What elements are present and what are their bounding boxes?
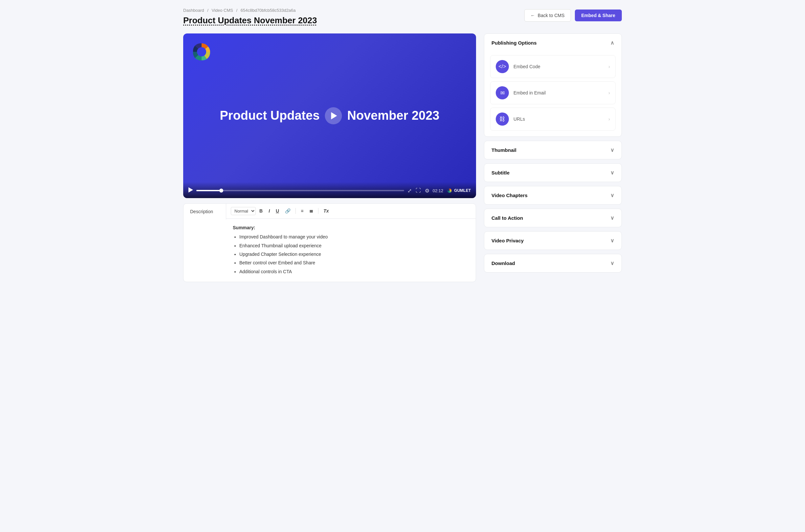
breadcrumb-sep-2: / bbox=[236, 8, 239, 13]
embed-share-button[interactable]: Embed & Share bbox=[575, 10, 622, 21]
page-title: Product Updates November 2023 bbox=[183, 15, 317, 25]
toolbar-divider-1 bbox=[295, 208, 296, 214]
video-title-overlay: Product Updates November 2023 bbox=[220, 107, 440, 124]
embed-email-item[interactable]: ✉ Embed in Email › bbox=[490, 81, 616, 104]
video-privacy-section: Video Privacy ∨ bbox=[484, 231, 622, 250]
download-title: Download bbox=[492, 261, 515, 266]
video-chapters-header[interactable]: Video Chapters ∨ bbox=[484, 186, 621, 204]
summary-title: Summary: bbox=[233, 224, 469, 231]
breadcrumb-video-id[interactable]: 654c8bd70bfcb58c533d2a6a bbox=[241, 8, 296, 13]
embed-code-item[interactable]: </> Embed Code › bbox=[490, 55, 616, 78]
urls-chevron: › bbox=[608, 116, 610, 122]
embed-code-chevron: › bbox=[608, 64, 610, 69]
description-toolbar: Normal B I U 🔗 ≡ ≣ Tx bbox=[226, 204, 476, 219]
underline-button[interactable]: U bbox=[273, 207, 281, 215]
download-header[interactable]: Download ∨ bbox=[484, 254, 621, 272]
description-content[interactable]: Summary: Improved Dashboard to manage yo… bbox=[226, 219, 476, 282]
video-chapters-title: Video Chapters bbox=[492, 192, 528, 198]
cta-header[interactable]: Call to Action ∨ bbox=[484, 209, 621, 227]
description-card: Description Normal B I U 🔗 ≡ ≣ bbox=[183, 203, 476, 282]
progress-bar-fill bbox=[196, 190, 221, 191]
description-label: Description bbox=[184, 204, 226, 220]
embed-code-left: </> Embed Code bbox=[496, 60, 541, 73]
progress-bar[interactable] bbox=[196, 190, 404, 191]
embed-code-label: Embed Code bbox=[513, 64, 541, 69]
video-privacy-title: Video Privacy bbox=[492, 238, 524, 243]
brand-name: GUMLET bbox=[454, 188, 471, 193]
list-item: Additional controls in CTA bbox=[239, 268, 469, 275]
breadcrumb: Dashboard / Video CMS / 654c8bd70bfcb58c… bbox=[183, 8, 317, 13]
urls-icon: ⛓ bbox=[496, 113, 509, 126]
settings-icon[interactable]: ⚙ bbox=[425, 188, 429, 194]
control-icons: ⤢ ⛶ ⚙ bbox=[407, 188, 429, 194]
play-button[interactable] bbox=[188, 187, 193, 194]
toolbar-divider-2 bbox=[318, 208, 318, 214]
publishing-options-title: Publishing Options bbox=[492, 40, 537, 45]
video-privacy-header[interactable]: Video Privacy ∨ bbox=[484, 231, 621, 250]
ordered-list-button[interactable]: ≡ bbox=[298, 207, 306, 215]
thumbnail-chevron: ∨ bbox=[610, 147, 614, 153]
arrow-left-icon: ← bbox=[531, 13, 535, 18]
unordered-list-button[interactable]: ≣ bbox=[307, 207, 315, 215]
format-select[interactable]: Normal bbox=[231, 207, 256, 215]
italic-button[interactable]: I bbox=[266, 207, 272, 215]
right-panel: Publishing Options ∧ </> Embed Code › bbox=[484, 34, 622, 272]
list-item: Enhanced Thumbnail upload experience bbox=[239, 242, 469, 249]
video-section: Product Updates November 2023 ⤢ ⛶ ⚙ 0 bbox=[183, 34, 476, 282]
subtitle-chevron: ∨ bbox=[610, 170, 614, 176]
description-editor: Normal B I U 🔗 ≡ ≣ Tx bbox=[226, 204, 476, 282]
urls-label: URLs bbox=[513, 116, 525, 122]
publishing-options-card: Publishing Options ∧ </> Embed Code › bbox=[484, 34, 622, 137]
subtitle-header[interactable]: Subtitle ∨ bbox=[484, 164, 621, 182]
breadcrumb-sep-1: / bbox=[207, 8, 209, 13]
publishing-items: </> Embed Code › ✉ Embed in Email › bbox=[484, 52, 621, 136]
publishing-options-header[interactable]: Publishing Options ∧ bbox=[484, 34, 621, 52]
video-chapters-section: Video Chapters ∨ bbox=[484, 186, 622, 205]
description-header: Description Normal B I U 🔗 ≡ ≣ bbox=[184, 204, 476, 282]
download-section: Download ∨ bbox=[484, 254, 622, 272]
video-controls: ⤢ ⛶ ⚙ 02:12 bbox=[183, 182, 476, 198]
breadcrumb-dashboard[interactable]: Dashboard bbox=[183, 8, 204, 13]
bold-button[interactable]: B bbox=[257, 207, 265, 215]
header-actions: ← Back to CMS Embed & Share bbox=[524, 8, 622, 22]
embed-email-label: Embed in Email bbox=[513, 90, 546, 95]
video-logo bbox=[190, 40, 214, 64]
link-button[interactable]: 🔗 bbox=[283, 207, 293, 215]
subtitle-section: Subtitle ∨ bbox=[484, 163, 622, 182]
fullscreen-icon[interactable]: ⛶ bbox=[416, 188, 421, 193]
download-chevron: ∨ bbox=[610, 260, 614, 266]
embed-email-left: ✉ Embed in Email bbox=[496, 86, 546, 99]
video-duration: 02:12 bbox=[433, 188, 443, 193]
list-item: Improved Dashboard to manage your video bbox=[239, 233, 469, 241]
bullet-list: Improved Dashboard to manage your video … bbox=[233, 233, 469, 275]
list-item: Better control over Embed and Share bbox=[239, 259, 469, 266]
header-left: Dashboard / Video CMS / 654c8bd70bfcb58c… bbox=[183, 8, 317, 25]
back-to-cms-button[interactable]: ← Back to CMS bbox=[524, 9, 571, 22]
urls-item[interactable]: ⛓ URLs › bbox=[490, 108, 616, 131]
embed-email-chevron: › bbox=[608, 90, 610, 95]
main-layout: Product Updates November 2023 ⤢ ⛶ ⚙ 0 bbox=[183, 34, 622, 282]
embed-email-icon: ✉ bbox=[496, 86, 509, 99]
video-player[interactable]: Product Updates November 2023 ⤢ ⛶ ⚙ 0 bbox=[183, 34, 476, 198]
cta-section: Call to Action ∨ bbox=[484, 209, 622, 227]
embed-code-icon: </> bbox=[496, 60, 509, 73]
video-play-overlay-btn[interactable] bbox=[325, 107, 342, 124]
thumbnail-title: Thumbnail bbox=[492, 147, 516, 153]
gumlet-brand: GUMLET bbox=[446, 188, 471, 193]
thumbnail-section: Thumbnail ∨ bbox=[484, 141, 622, 159]
cta-title: Call to Action bbox=[492, 215, 523, 221]
external-link-icon[interactable]: ⤢ bbox=[407, 188, 412, 194]
svg-point-1 bbox=[449, 190, 451, 192]
video-privacy-chevron: ∨ bbox=[610, 238, 614, 244]
urls-left: ⛓ URLs bbox=[496, 113, 525, 126]
list-item: Upgraded Chapter Selection experience bbox=[239, 251, 469, 258]
thumbnail-header[interactable]: Thumbnail ∨ bbox=[484, 141, 621, 159]
subtitle-title: Subtitle bbox=[492, 170, 510, 175]
publishing-options-chevron-up: ∧ bbox=[610, 40, 614, 46]
svg-point-0 bbox=[197, 47, 206, 56]
video-chapters-chevron: ∨ bbox=[610, 192, 614, 198]
cta-chevron: ∨ bbox=[610, 215, 614, 221]
clear-format-button[interactable]: Tx bbox=[321, 207, 331, 215]
page-header: Dashboard / Video CMS / 654c8bd70bfcb58c… bbox=[183, 8, 622, 25]
breadcrumb-video-cms[interactable]: Video CMS bbox=[212, 8, 233, 13]
